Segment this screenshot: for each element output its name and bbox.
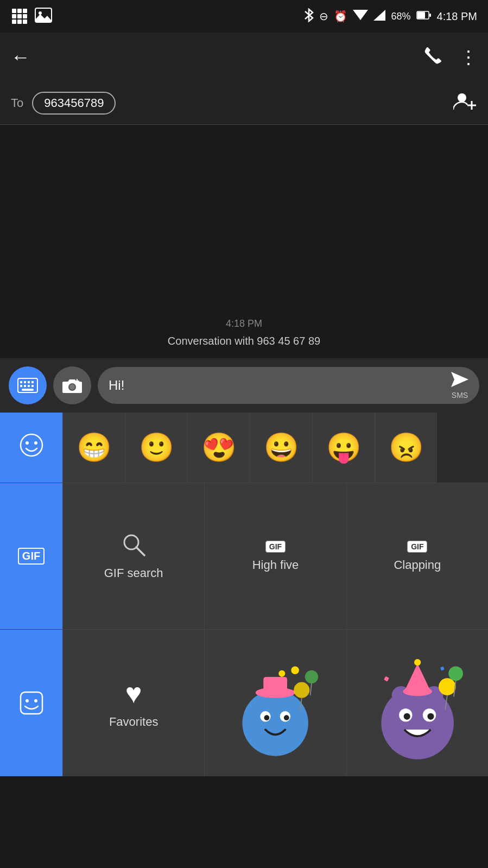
svg-rect-70 (440, 666, 445, 670)
svg-rect-69 (384, 676, 389, 681)
svg-point-48 (279, 670, 286, 676)
svg-rect-1 (17, 9, 22, 13)
send-button[interactable]: SMS (451, 372, 468, 400)
gif-tab-button[interactable]: GIF (0, 483, 62, 629)
svg-rect-3 (12, 14, 16, 18)
app-bar-left[interactable]: ← (11, 46, 30, 68)
emoji-angry[interactable]: 😠 (375, 413, 437, 483)
app-bar: ← ⋮ (0, 33, 488, 81)
svg-rect-6 (12, 20, 16, 24)
status-bar: ⊖ ⏰ 68% 4:18 PM (0, 0, 488, 33)
gif-badge-clapping: GIF (407, 541, 427, 553)
svg-rect-2 (23, 9, 27, 13)
svg-point-51 (305, 670, 318, 683)
emoji-tab-button[interactable] (0, 413, 62, 483)
back-button[interactable]: ← (11, 46, 30, 68)
gif-clapping-cell[interactable]: GIF Clapping (346, 483, 488, 629)
svg-rect-22 (24, 381, 26, 383)
sticker-img-cell-1[interactable] (204, 630, 346, 776)
svg-point-31 (69, 384, 75, 390)
time-display: 4:18 PM (437, 10, 477, 23)
sticker-tab-button[interactable] (0, 630, 62, 776)
call-button[interactable] (424, 46, 443, 68)
gif-high-five-label: High five (252, 558, 299, 572)
svg-point-17 (458, 93, 466, 102)
svg-marker-12 (353, 10, 368, 20)
svg-marker-11 (35, 14, 52, 22)
text-input[interactable]: Hi! SMS (98, 367, 479, 404)
message-text: Hi! (109, 378, 124, 393)
svg-rect-23 (28, 381, 30, 383)
svg-rect-15 (417, 12, 425, 18)
svg-point-34 (26, 441, 29, 445)
svg-point-61 (427, 713, 434, 719)
search-icon (122, 533, 145, 561)
sticker-img-cell-2[interactable] (346, 630, 488, 776)
gif-search-cell[interactable]: GIF search (62, 483, 204, 629)
svg-point-40 (34, 699, 37, 702)
svg-point-33 (21, 434, 42, 456)
emoji-heart-eyes[interactable]: 😍 (187, 413, 250, 483)
favorites-label: Favorites (109, 715, 158, 729)
svg-rect-25 (20, 385, 22, 387)
svg-rect-29 (22, 389, 34, 391)
svg-rect-7 (17, 20, 22, 24)
svg-rect-24 (31, 381, 34, 383)
send-label: SMS (452, 391, 468, 400)
svg-point-65 (439, 678, 456, 695)
svg-marker-13 (373, 10, 385, 21)
emoji-smile[interactable]: 🙂 (125, 413, 187, 483)
grid-icon (11, 8, 28, 25)
svg-rect-26 (24, 385, 26, 387)
to-label: To (11, 96, 23, 110)
svg-point-39 (26, 699, 29, 702)
svg-point-45 (284, 715, 289, 720)
emoji-row: 😁 🙂 😍 😀 😛 😠 (0, 413, 488, 483)
gif-tab-label: GIF (18, 548, 45, 565)
svg-rect-5 (23, 14, 27, 18)
status-bar-left (11, 8, 52, 25)
gif-high-five-cell[interactable]: GIF High five (204, 483, 346, 629)
image-icon (35, 8, 52, 25)
svg-point-35 (34, 441, 37, 445)
emoji-grinning[interactable]: 😁 (62, 413, 125, 483)
input-bar: Hi! SMS (0, 358, 488, 413)
gif-clapping-label: Clapping (394, 558, 441, 572)
heart-icon: ♥ (125, 677, 142, 709)
battery-percent: 68% (391, 11, 410, 22)
sticker-favorites-cell[interactable]: ♥ Favorites (62, 630, 204, 776)
message-area: 4:18 PM Conversation with 963 45 67 89 (0, 125, 488, 358)
svg-rect-16 (429, 14, 431, 17)
svg-rect-27 (28, 385, 30, 387)
recipient-chip[interactable]: 963456789 (32, 92, 116, 115)
svg-point-44 (264, 715, 270, 720)
bluetooth-icon (304, 8, 314, 25)
svg-marker-32 (451, 372, 468, 387)
emoji-big-grin[interactable]: 😀 (250, 413, 312, 483)
svg-point-60 (403, 713, 410, 719)
svg-marker-63 (404, 663, 431, 691)
svg-rect-0 (12, 9, 16, 13)
status-bar-right: ⊖ ⏰ 68% 4:18 PM (304, 8, 477, 25)
svg-rect-4 (17, 14, 22, 18)
svg-point-50 (294, 682, 310, 698)
add-contact-button[interactable] (453, 91, 477, 115)
more-options-button[interactable]: ⋮ (459, 46, 477, 68)
emoji-tongue[interactable]: 😛 (312, 413, 375, 483)
gif-badge-highfive: GIF (265, 541, 286, 553)
wifi-icon (353, 10, 368, 23)
camera-button[interactable] (53, 366, 91, 404)
to-field: To 963456789 (0, 81, 488, 125)
app-bar-right: ⋮ (424, 46, 477, 68)
svg-point-64 (414, 659, 421, 666)
timestamp: 4:18 PM (226, 318, 262, 330)
svg-line-53 (310, 683, 312, 695)
svg-rect-38 (21, 692, 42, 714)
gif-search-label: GIF search (104, 566, 163, 580)
svg-point-41 (243, 690, 309, 756)
svg-rect-28 (31, 385, 34, 387)
keyboard-toggle-button[interactable] (9, 366, 47, 404)
svg-rect-47 (264, 676, 288, 695)
alarm-icon: ⏰ (334, 10, 347, 23)
conversation-label: Conversation with 963 45 67 89 (168, 335, 320, 347)
